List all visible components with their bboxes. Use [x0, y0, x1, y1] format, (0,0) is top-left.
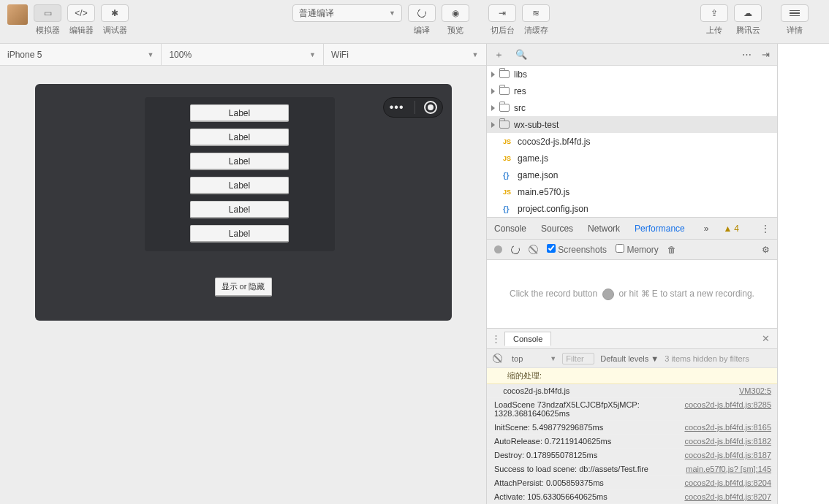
console-source-link[interactable]: cocos2d-js.bf4fd.js:8187: [684, 451, 771, 459]
upload-button[interactable]: ⇪上传: [700, 4, 728, 36]
js-icon: JS: [503, 138, 513, 145]
arrow-right-icon: [491, 72, 495, 77]
label-button[interactable]: Label: [190, 225, 289, 243]
console-output: 缩的处理: cocos2d-js.bf4fd.jsVM302:5LoadScen…: [487, 368, 777, 504]
filter-input[interactable]: Filter: [562, 353, 594, 364]
context-select[interactable]: top: [508, 353, 544, 364]
plus-icon[interactable]: ＋: [494, 48, 504, 61]
simulator-bar: iPhone 5▼ 100%▼ WiFi▼: [0, 44, 486, 66]
clear-icon[interactable]: [493, 354, 502, 363]
target-icon[interactable]: [424, 101, 437, 114]
tree-file[interactable]: JSgame.js: [487, 150, 777, 167]
label-button[interactable]: Label: [190, 129, 289, 146]
avatar[interactable]: [7, 4, 28, 25]
compile-button[interactable]: 编译: [408, 4, 436, 36]
devtools-tabs: Console Sources Network Performance » ▲ …: [487, 218, 777, 240]
console-source-link[interactable]: cocos2d-js.bf4fd.js:8165: [684, 423, 771, 432]
console-message: Activate: 105.633056640625ms: [494, 492, 684, 501]
details-button[interactable]: 详情: [781, 4, 809, 36]
chevron-down-icon: ▼: [389, 9, 395, 17]
network-select[interactable]: WiFi▼: [324, 44, 485, 65]
warning-count[interactable]: ▲ 4: [723, 224, 739, 234]
console-tab[interactable]: Console: [504, 332, 551, 346]
menu-icon: [781, 4, 809, 22]
label-panel: Label Label Label Label Label Label: [145, 97, 335, 251]
arrow-right-icon: [491, 122, 495, 128]
upload-icon: ⇪: [700, 4, 728, 22]
memory-check[interactable]: Memory: [616, 244, 659, 255]
inspector-panel: [778, 44, 829, 504]
clear-icon[interactable]: [529, 245, 538, 254]
console-line: Activate: 105.633056640625mscocos2d-js.b…: [487, 490, 777, 504]
console-message: AttachPersist: 0.005859375ms: [494, 478, 684, 487]
compile-mode-select[interactable]: 普通编译▼: [292, 4, 402, 22]
console-line: AutoRelease: 0.72119140625mscocos2d-js.b…: [487, 435, 777, 448]
tree-file[interactable]: {}project.config.json: [487, 200, 777, 217]
tree-folder[interactable]: src: [487, 99, 777, 116]
collapse-icon[interactable]: ⇥: [762, 49, 770, 60]
debugger-button[interactable]: ✱调试器: [101, 4, 129, 36]
reload-icon[interactable]: [510, 244, 521, 255]
console-message: LoadScene 73ndzafX5LCJCBfpX5jMCP: 1328.3…: [494, 400, 684, 418]
record-button[interactable]: [494, 245, 502, 253]
levels-select[interactable]: Default levels ▼: [600, 354, 659, 363]
label-button[interactable]: Label: [190, 104, 289, 122]
folder-icon: [499, 121, 510, 129]
tree-folder[interactable]: res: [487, 83, 777, 99]
preview-button[interactable]: ◉预览: [442, 4, 469, 36]
editor-button[interactable]: </>编辑器: [67, 4, 95, 36]
layers-icon: ≋: [522, 4, 550, 22]
label-button[interactable]: Label: [190, 153, 289, 170]
console-source-link[interactable]: cocos2d-js.bf4fd.js:8182: [684, 437, 771, 446]
reload-icon: [408, 4, 436, 22]
tree-file[interactable]: JScocos2d-js.bf4fd.js: [487, 133, 777, 150]
zoom-select[interactable]: 100%▼: [162, 44, 323, 65]
js-icon: JS: [503, 188, 513, 196]
console-source-link[interactable]: VM302:5: [739, 386, 771, 395]
more-tabs-icon[interactable]: »: [704, 224, 709, 234]
capsule-button: •••: [383, 97, 443, 118]
folder-icon: [499, 70, 510, 78]
switch-icon: ⇥: [488, 4, 516, 22]
tree-file[interactable]: {}game.json: [487, 167, 777, 183]
gear-icon[interactable]: ⚙: [762, 245, 770, 255]
device-select[interactable]: iPhone 5▼: [0, 44, 162, 65]
label-button[interactable]: Label: [190, 177, 289, 194]
performance-area: Click the record button or hit ⌘ E to st…: [487, 260, 777, 328]
toggle-button[interactable]: 显示 or 隐藏: [215, 278, 272, 297]
chevron-down-icon: ▼: [148, 51, 154, 58]
console-source-link[interactable]: cocos2d-js.bf4fd.js:8204: [684, 478, 771, 487]
divider: [414, 101, 415, 114]
chevron-down-icon: ▼: [309, 51, 316, 58]
tab-sources[interactable]: Sources: [541, 224, 573, 234]
more-icon[interactable]: •••: [388, 101, 406, 114]
trash-icon[interactable]: 🗑: [667, 245, 676, 255]
tab-network[interactable]: Network: [588, 224, 620, 234]
perf-hint: Click the record button or hit ⌘ E to st…: [510, 286, 754, 302]
console-source-link[interactable]: cocos2d-js.bf4fd.js:8285: [684, 400, 771, 418]
label-button[interactable]: Label: [190, 201, 289, 218]
json-icon: {}: [503, 171, 513, 180]
file-tree: libs res src wx-sub-test JScocos2d-js.bf…: [487, 66, 777, 218]
files-toolbar: ＋ 🔍 ⋯⇥: [487, 44, 777, 66]
cloud-button[interactable]: ☁腾讯云: [734, 4, 762, 36]
clearcache-button[interactable]: ≋清缓存: [522, 4, 550, 36]
background-button[interactable]: ⇥切后台: [488, 4, 516, 36]
tab-console[interactable]: Console: [494, 224, 526, 234]
tab-performance[interactable]: Performance: [635, 224, 685, 234]
json-icon: {}: [503, 205, 513, 213]
console-source-link[interactable]: main.e57f0.js? [sm]:145: [686, 465, 771, 473]
kebab-icon[interactable]: ⋮: [761, 224, 770, 234]
console-source-link[interactable]: cocos2d-js.bf4fd.js:8207: [684, 492, 771, 501]
tree-folder[interactable]: libs: [487, 66, 777, 83]
dots-icon[interactable]: ⋯: [742, 49, 752, 60]
simulator-button[interactable]: ▭模拟器: [34, 4, 61, 36]
kebab-icon[interactable]: ⋮: [487, 333, 504, 344]
console-panel: ⋮ Console ✕ top ▼ Filter Default levels …: [487, 328, 777, 504]
tree-folder[interactable]: wx-sub-test: [487, 116, 777, 133]
performance-toolbar: Screenshots Memory 🗑 ⚙: [487, 240, 777, 260]
search-icon[interactable]: 🔍: [515, 49, 527, 60]
tree-file[interactable]: JSmain.e57f0.js: [487, 183, 777, 200]
screenshots-check[interactable]: Screenshots: [547, 244, 607, 255]
close-icon[interactable]: ✕: [754, 333, 777, 344]
